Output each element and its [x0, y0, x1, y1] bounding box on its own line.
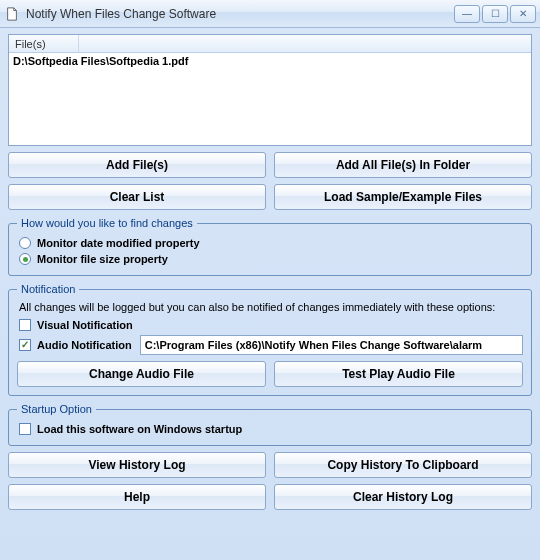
checkbox-icon	[19, 423, 31, 435]
changes-group: How would you like to find changes Monit…	[8, 217, 532, 276]
checkbox-icon	[19, 339, 31, 351]
load-sample-button[interactable]: Load Sample/Example Files	[274, 184, 532, 210]
radio-date-modified[interactable]: Monitor date modified property	[19, 237, 523, 249]
maximize-button[interactable]: ☐	[482, 5, 508, 23]
close-button[interactable]: ✕	[510, 5, 536, 23]
audio-notification-checkbox[interactable]: Audio Notification	[19, 339, 132, 351]
app-icon	[4, 6, 20, 22]
add-all-folder-button[interactable]: Add All File(s) In Folder	[274, 152, 532, 178]
file-list-body[interactable]: D:\Softpedia Files\Softpedia 1.pdf	[9, 53, 531, 69]
notification-group: Notification All changes will be logged …	[8, 283, 532, 396]
column-header-files[interactable]: File(s)	[9, 35, 79, 52]
clear-history-button[interactable]: Clear History Log	[274, 484, 532, 510]
window-controls: — ☐ ✕	[454, 5, 536, 23]
titlebar: Notify When Files Change Software — ☐ ✕	[0, 0, 540, 28]
clear-list-button[interactable]: Clear List	[8, 184, 266, 210]
checkbox-icon	[19, 319, 31, 331]
radio-icon	[19, 237, 31, 249]
checkbox-label: Visual Notification	[37, 319, 133, 331]
file-list[interactable]: File(s) D:\Softpedia Files\Softpedia 1.p…	[8, 34, 532, 146]
startup-group: Startup Option Load this software on Win…	[8, 403, 532, 446]
window-title: Notify When Files Change Software	[26, 7, 454, 21]
minimize-button[interactable]: —	[454, 5, 480, 23]
radio-label: Monitor file size property	[37, 253, 168, 265]
radio-file-size[interactable]: Monitor file size property	[19, 253, 523, 265]
copy-history-button[interactable]: Copy History To Clipboard	[274, 452, 532, 478]
radio-label: Monitor date modified property	[37, 237, 200, 249]
changes-legend: How would you like to find changes	[17, 217, 197, 229]
visual-notification-checkbox[interactable]: Visual Notification	[19, 319, 523, 331]
change-audio-button[interactable]: Change Audio File	[17, 361, 266, 387]
list-item[interactable]: D:\Softpedia Files\Softpedia 1.pdf	[13, 55, 527, 67]
radio-icon	[19, 253, 31, 265]
file-list-header: File(s)	[9, 35, 531, 53]
checkbox-label: Audio Notification	[37, 339, 132, 351]
add-files-button[interactable]: Add File(s)	[8, 152, 266, 178]
test-audio-button[interactable]: Test Play Audio File	[274, 361, 523, 387]
help-button[interactable]: Help	[8, 484, 266, 510]
startup-checkbox[interactable]: Load this software on Windows startup	[19, 423, 523, 435]
view-history-button[interactable]: View History Log	[8, 452, 266, 478]
audio-path-input[interactable]	[140, 335, 523, 355]
content-area: File(s) D:\Softpedia Files\Softpedia 1.p…	[0, 28, 540, 518]
startup-legend: Startup Option	[17, 403, 96, 415]
checkbox-label: Load this software on Windows startup	[37, 423, 242, 435]
notification-description: All changes will be logged but you can a…	[19, 301, 523, 313]
notification-legend: Notification	[17, 283, 79, 295]
